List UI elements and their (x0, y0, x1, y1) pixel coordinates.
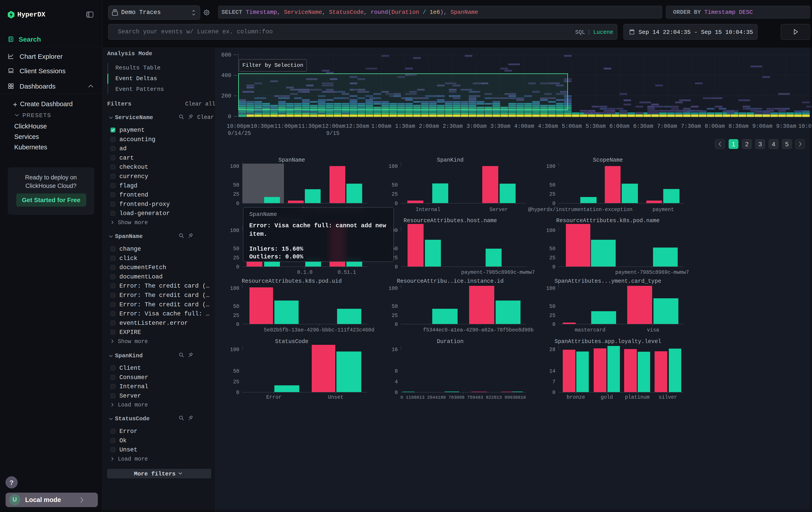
svg-text:5:00am: 5:00am (562, 123, 582, 130)
svg-text:mastercard: mastercard (575, 327, 605, 333)
svg-text:7:00am: 7:00am (657, 123, 677, 130)
svg-text:0: 0 (552, 390, 555, 396)
svg-text:0 1198813 2944180 703098 75948: 0 1198813 2944180 703098 759483 822013 9… (401, 395, 526, 400)
svg-text:Error: Error (266, 395, 282, 400)
svg-text:silver: silver (659, 395, 677, 400)
svg-text:5e02b5fb-13ae-4296-bbbc-111f42: 5e02b5fb-13ae-4296-bbbc-111f423c460d (264, 327, 374, 333)
svg-text:8:30am: 8:30am (729, 123, 749, 130)
svg-text:100: 100 (389, 286, 398, 291)
svg-text:11:00pm: 11:00pm (274, 123, 298, 130)
svg-text:100: 100 (230, 286, 239, 291)
svg-text:14: 14 (549, 369, 555, 374)
svg-text:SpanKind: SpanKind (437, 157, 464, 163)
svg-text:9/15: 9/15 (326, 130, 340, 137)
svg-text:0: 0 (236, 264, 239, 270)
svg-text:50: 50 (549, 182, 555, 188)
svg-text:@hyperdx/instrumentation-excep: @hyperdx/instrumentation-exception (528, 207, 632, 213)
svg-text:ResourceAttribu..ice.instance.: ResourceAttribu..ice.instance.id (397, 278, 503, 285)
svg-text:5:30am: 5:30am (586, 123, 606, 130)
svg-text:7:30am: 7:30am (681, 123, 701, 130)
svg-text:4: 4 (395, 379, 398, 385)
svg-text:gold: gold (601, 395, 613, 400)
svg-text:0: 0 (395, 201, 398, 207)
svg-text:StatusCode: StatusCode (275, 339, 309, 345)
svg-text:0: 0 (395, 390, 398, 396)
svg-text:ResourceAttributes.host.name: ResourceAttributes.host.name (404, 217, 497, 224)
svg-text:0: 0 (552, 264, 555, 270)
svg-text:100: 100 (230, 164, 239, 169)
svg-text:25: 25 (549, 313, 555, 319)
svg-text:600: 600 (221, 52, 231, 58)
svg-text:payment: payment (652, 207, 674, 213)
svg-text:1:00am: 1:00am (371, 123, 391, 130)
svg-text:0: 0 (395, 264, 398, 270)
svg-text:25: 25 (233, 191, 239, 197)
svg-text:payment-7985c8969c-mwmw7: payment-7985c8969c-mwmw7 (615, 270, 689, 275)
svg-text:9:30am: 9:30am (776, 123, 796, 130)
svg-text:2:00am: 2:00am (419, 123, 439, 130)
svg-text:25: 25 (392, 191, 398, 197)
svg-text:200: 200 (221, 93, 231, 99)
svg-text:payment-7985c8969c-mwmw7: payment-7985c8969c-mwmw7 (461, 270, 535, 275)
svg-text:12:30am: 12:30am (346, 123, 369, 130)
svg-text:50: 50 (392, 182, 398, 188)
svg-text:8:00am: 8:00am (705, 123, 725, 130)
svg-text:8: 8 (395, 369, 398, 374)
svg-text:6:00am: 6:00am (609, 123, 630, 130)
svg-text:50: 50 (233, 304, 239, 309)
svg-text:0: 0 (395, 322, 398, 327)
svg-text:SpanAttributes.app.loyalty.lev: SpanAttributes.app.loyalty.level (554, 339, 661, 345)
svg-text:6:30am: 6:30am (633, 123, 653, 130)
svg-text:50: 50 (549, 246, 555, 252)
svg-text:0: 0 (552, 322, 555, 327)
svg-text:0: 0 (236, 322, 239, 327)
svg-text:400: 400 (221, 72, 231, 79)
svg-text:0: 0 (236, 390, 239, 396)
svg-text:100: 100 (546, 228, 555, 234)
svg-text:25: 25 (549, 255, 555, 261)
svg-text:platinum: platinum (625, 395, 649, 400)
svg-text:25: 25 (233, 255, 239, 261)
svg-text:25: 25 (549, 191, 555, 197)
svg-text:9/14/25: 9/14/25 (228, 130, 251, 137)
svg-text:28: 28 (549, 347, 555, 353)
svg-text:Unset: Unset (328, 395, 343, 400)
svg-text:ResourceAttributes.k8s.pod.nam: ResourceAttributes.k8s.pod.name (556, 217, 660, 224)
svg-text:1:30am: 1:30am (395, 123, 415, 130)
svg-text:2:30am: 2:30am (443, 123, 463, 130)
svg-text:50: 50 (233, 369, 239, 374)
svg-text:SpanName: SpanName (279, 157, 305, 163)
svg-text:100: 100 (546, 286, 555, 291)
svg-text:bronze: bronze (567, 395, 585, 400)
svg-text:25: 25 (392, 313, 398, 319)
svg-text:0: 0 (228, 113, 231, 120)
svg-text:0: 0 (552, 201, 555, 207)
svg-text:ResourceAttributes.k8s.pod.uid: ResourceAttributes.k8s.pod.uid (242, 278, 342, 285)
svg-text:0.1.0: 0.1.0 (297, 270, 312, 275)
svg-text:4:00am: 4:00am (514, 123, 534, 130)
svg-text:25: 25 (233, 379, 239, 385)
svg-text:11:30pm: 11:30pm (298, 123, 321, 130)
svg-text:10:00pm: 10:00pm (227, 123, 250, 130)
svg-text:ScopeName: ScopeName (593, 157, 623, 163)
svg-text:100: 100 (230, 347, 239, 353)
svg-text:0: 0 (236, 201, 239, 207)
svg-text:100: 100 (389, 164, 398, 169)
svg-text:25: 25 (233, 313, 239, 319)
svg-text:f5344ec9-a1ea-4290-a62a-78f5be: f5344ec9-a1ea-4290-a62a-78f5bee8d90b (423, 327, 533, 333)
svg-text:50: 50 (233, 246, 239, 252)
svg-text:4:30am: 4:30am (538, 123, 558, 130)
svg-text:Internal: Internal (416, 207, 440, 213)
svg-text:50: 50 (233, 182, 239, 188)
svg-text:9:00am: 9:00am (752, 123, 773, 130)
svg-text:3:30am: 3:30am (490, 123, 510, 130)
svg-text:50: 50 (549, 304, 555, 309)
svg-text:SpanAttributes...yment.card_ty: SpanAttributes...yment.card_type (554, 278, 661, 285)
svg-text:Duration: Duration (437, 339, 464, 345)
svg-text:100: 100 (546, 164, 555, 169)
svg-text:100: 100 (230, 228, 239, 234)
svg-text:12:00am: 12:00am (322, 123, 345, 130)
svg-text:0.51.1: 0.51.1 (338, 270, 356, 275)
svg-text:3:00am: 3:00am (466, 123, 487, 130)
svg-text:Server: Server (490, 207, 508, 213)
